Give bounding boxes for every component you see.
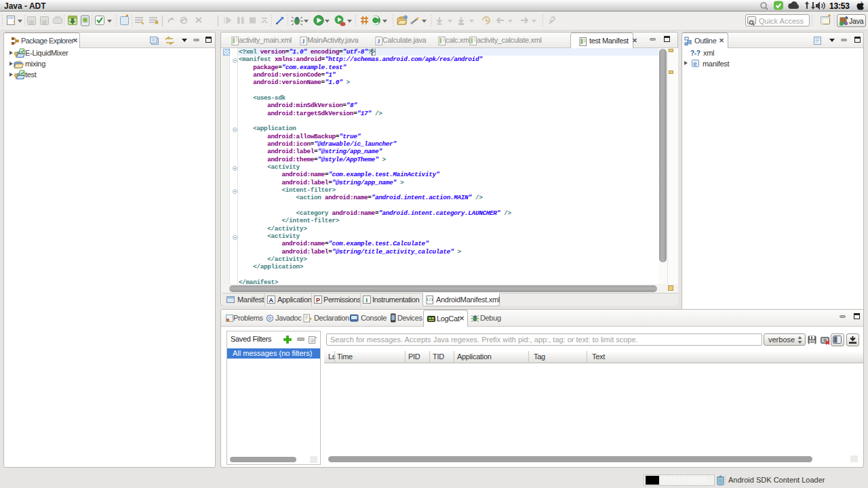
svg-text:J: J	[377, 38, 380, 45]
svg-text:P: P	[316, 297, 320, 304]
svg-text:e: e	[694, 60, 697, 67]
svg-text:J: J	[302, 38, 305, 45]
svg-text:A: A	[269, 297, 274, 304]
svg-text:I: I	[366, 297, 368, 304]
